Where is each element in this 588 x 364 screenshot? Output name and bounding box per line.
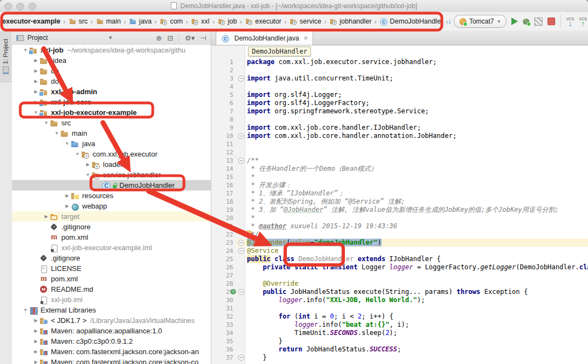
editor-content[interactable]: DemoJobHandler 1package com.xxl.job.exec…: [211, 45, 588, 364]
code-line-33[interactable]: 33 logger.info("beat at:{}", i);: [211, 321, 588, 329]
tree-collapse-icon[interactable]: ▶: [84, 162, 91, 167]
tree-item-resources[interactable]: ▶resources: [12, 190, 211, 201]
code-line-10[interactable]: 10−import com.xxl.job.core.handler.annot…: [211, 132, 588, 140]
tree-collapse-icon[interactable]: ▶: [32, 339, 39, 344]
breadcrumb-item-executor[interactable]: executor: [245, 17, 281, 26]
project-view-selector[interactable]: Project: [16, 34, 48, 42]
code-line-26[interactable]: 26 private static transient Logger logge…: [211, 263, 588, 271]
tree-item-external-libraries[interactable]: ▼External Libraries: [12, 305, 211, 315]
code-line-34[interactable]: 34 TimeUnit.SECONDS.sleep(2);: [211, 329, 588, 337]
breadcrumb-item-job[interactable]: job: [217, 17, 237, 26]
code-line-8[interactable]: 8: [211, 115, 588, 124]
tree-item-maven-c3p0-c3p0-0-9-1-2[interactable]: ▶Maven: c3p0:c3p0:0.9.1.2: [12, 336, 211, 346]
tree-collapse-icon[interactable]: ▶: [32, 58, 39, 63]
tree-item-xxl-job-admin[interactable]: ▶xxl-job-admin: [12, 86, 211, 97]
breadcrumb-item-service[interactable]: service: [289, 17, 321, 26]
fold-icon[interactable]: −: [238, 289, 244, 295]
tree-item-idea[interactable]: ▶.idea: [12, 55, 211, 66]
collapse-all-icon[interactable]: ⊟: [168, 34, 174, 42]
code-line-1[interactable]: 1package com.xxl.job.executor.service.jo…: [211, 58, 588, 66]
tree-expand-icon[interactable]: ▼: [22, 308, 29, 313]
tree-item-src[interactable]: ▼src: [12, 118, 211, 128]
stop-button[interactable]: [547, 18, 555, 25]
tree-expand-icon[interactable]: ▼: [74, 152, 81, 157]
code-line-12[interactable]: 12: [211, 148, 588, 157]
code-line-25[interactable]: 25public class DemoJobHandler extends IJ…: [211, 255, 588, 263]
tree-collapse-icon[interactable]: ▶: [64, 193, 71, 198]
override-method-icon[interactable]: ↑: [230, 289, 236, 294]
tree-expand-icon[interactable]: ▼: [64, 141, 71, 146]
tree-item-db[interactable]: ▶db: [12, 66, 211, 76]
tree-item-target[interactable]: ▶target: [12, 211, 211, 222]
code-line-6[interactable]: 6import org.slf4j.LoggerFactory;: [211, 99, 588, 107]
code-line-31[interactable]: 31: [211, 304, 588, 313]
code-line-3[interactable]: 3−import java.util.concurrent.TimeUnit;: [211, 74, 588, 83]
tree-item-pom-xml[interactable]: pom.xml: [12, 232, 211, 242]
breadcrumb-item-jobhandler[interactable]: jobhandler: [329, 17, 371, 26]
tree-collapse-icon[interactable]: ▶: [32, 79, 39, 84]
tree-collapse-icon[interactable]: ▶: [32, 349, 39, 354]
tree-item-xxl-job-executor-example[interactable]: ▼xxl-job-executor-example: [12, 107, 211, 118]
code-line-32[interactable]: 32 for (int i = 0; i < 2; i++) {: [211, 313, 588, 321]
tree-expand-icon[interactable]: ▼: [53, 131, 60, 136]
breadcrumb-item-java[interactable]: java: [129, 17, 152, 26]
code-line-16[interactable]: 16 * 开发步骤：: [211, 181, 588, 189]
fold-icon[interactable]: −: [238, 248, 244, 254]
code-line-11[interactable]: 11: [211, 140, 588, 148]
chevron-down-icon[interactable]: ▼: [108, 35, 113, 41]
gear-icon[interactable]: ⚙▾: [185, 34, 194, 42]
tree-collapse-icon[interactable]: ▶: [32, 360, 39, 364]
tree-item-license[interactable]: LICENSE: [12, 263, 211, 274]
tree-item-jdk1-7[interactable]: ▶< JDK1.7 >/Library/Java/JavaVirtualMach…: [12, 315, 211, 326]
tree-expand-icon[interactable]: ▼: [43, 120, 50, 125]
fold-icon[interactable]: −: [238, 158, 244, 164]
fold-icon[interactable]: −: [238, 133, 244, 139]
fold-icon[interactable]: −: [238, 76, 244, 82]
code-line-24[interactable]: 24−@Service: [211, 247, 588, 255]
run-configuration-select[interactable]: Tomcat7 ▼: [454, 15, 506, 28]
breadcrumb-item-demojobhandler[interactable]: DemoJobHandler: [379, 17, 443, 26]
breadcrumb-class-tag[interactable]: DemoJobHandler: [248, 47, 311, 56]
code-line-21[interactable]: 21 * @author xuxueli 2015-12-19 19:43:36: [211, 222, 588, 230]
code-line-36[interactable]: 36 return JobHandleStatus.SUCCESS;: [211, 345, 588, 354]
code-line-35[interactable]: 35 }: [211, 337, 588, 345]
tree-item-loader[interactable]: ▶loader: [12, 159, 211, 170]
code-line-19[interactable]: 19 * 3、加 “@JobHander” 注解, 注解value值为新增任务生…: [211, 206, 588, 214]
down-arrow-icon[interactable]: ↓: [448, 16, 452, 25]
code-line-7[interactable]: 7import org.springframework.stereotype.S…: [211, 107, 588, 115]
tree-collapse-icon[interactable]: ▶: [32, 318, 39, 323]
tree-collapse-icon[interactable]: ▶: [32, 328, 39, 333]
tree-item-main[interactable]: ▼main: [12, 128, 211, 138]
tree-collapse-icon[interactable]: ▶: [64, 204, 71, 209]
fold-icon[interactable]: −: [238, 240, 244, 246]
run-button[interactable]: [511, 18, 518, 25]
locate-file-icon[interactable]: ⊕: [156, 34, 162, 42]
fold-icon[interactable]: −: [238, 355, 244, 361]
tree-item-xxl-job[interactable]: ▼xxl-job~/workspaces/idea-git-workspace/…: [12, 45, 211, 55]
breadcrumb-item-com[interactable]: com: [159, 17, 183, 26]
code-line-37[interactable]: 37− }: [211, 354, 588, 362]
tree-item-gitignore[interactable]: .gitignore: [12, 253, 211, 263]
hide-panel-icon[interactable]: ⊣: [200, 34, 206, 42]
tree-item-maven-com-fasterxml-jackson-core-jackson-an[interactable]: ▶Maven: com.fasterxml.jackson.core:jacks…: [12, 346, 211, 357]
code-line-27[interactable]: 27: [211, 271, 588, 280]
tree-item-java[interactable]: ▼java: [12, 138, 211, 149]
tree-item-gitignore[interactable]: .gitignore: [12, 222, 211, 232]
code-line-15[interactable]: 15 *: [211, 173, 588, 181]
tree-item-xxl-job-core[interactable]: ▶xxl-job-core: [12, 97, 211, 107]
code-line-23[interactable]: 23−@JobHander(value="demoJobHandler"): [211, 239, 588, 247]
tree-item-service-jobhandler[interactable]: ▼service.jobhandler: [12, 170, 211, 180]
code-line-20[interactable]: 20 *: [211, 214, 588, 222]
breadcrumb-item-xxl[interactable]: xxl: [191, 17, 209, 26]
code-line-5[interactable]: 5import org.slf4j.Logger;: [211, 91, 588, 99]
tree-item-maven-com-fasterxml-jackson-core-jackson-co[interactable]: ▶Maven: com.fasterxml.jackson.core:jacks…: [12, 357, 211, 364]
tree-item-webapp[interactable]: ▶webapp: [12, 201, 211, 211]
code-line-22[interactable]: 22 */: [211, 230, 588, 239]
tree-item-xxl-job-executor-example-iml[interactable]: xxl-job-executor-example.iml: [12, 242, 211, 253]
code-line-30[interactable]: 30 logger.info("XXL-JOB, Hello World.");: [211, 296, 588, 304]
debug-button[interactable]: [523, 19, 529, 25]
tree-item-maven-aopalliance-aopalliance-1-0[interactable]: ▶Maven: aopalliance:aopalliance:1.0: [12, 326, 211, 336]
breadcrumb-item-executor-example[interactable]: executor-example: [2, 18, 60, 25]
breadcrumb-item-src[interactable]: src: [68, 17, 88, 26]
editor-tab-demojobhandler[interactable]: DemoJobHandler.java ×: [216, 31, 313, 45]
